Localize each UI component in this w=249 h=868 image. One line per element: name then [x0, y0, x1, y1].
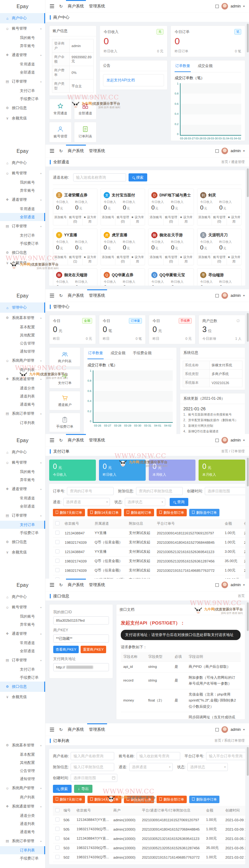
sidebar-item[interactable]: 异常账号: [0, 476, 45, 484]
sidebar-item[interactable]: ❖ 通道管理 ▲: [0, 484, 45, 494]
user-menu[interactable]: admin: [230, 438, 241, 442]
sidebar-item[interactable]: ☺ 系统商户管理 ▲: [0, 783, 45, 793]
sidebar-item[interactable]: 通道列表: [0, 820, 45, 828]
sidebar-item[interactable]: 常用通道: [0, 494, 45, 502]
sidebar-item[interactable]: 通道账号: [0, 828, 45, 836]
extra-info-input[interactable]: [71, 763, 114, 771]
status-select[interactable]: 选择状态▾: [125, 498, 165, 506]
sidebar-item[interactable]: 支付订单: [0, 665, 45, 674]
order-row[interactable]: 50519832174339(Q币...admin(10000)20210309…: [53, 825, 245, 834]
sidebar-item[interactable]: ▤ 订单管理 ▲: [0, 76, 45, 87]
shortcut-merchant-list[interactable]: 商户列表: [49, 347, 80, 367]
set-favorite-button[interactable]: ★ 设为常用: [178, 214, 193, 225]
shortcut-common-channels[interactable]: 常用通道: [49, 99, 72, 119]
sidebar-item[interactable]: 异常账号: [0, 42, 45, 50]
status-select[interactable]: 选择状态▾: [187, 763, 228, 771]
order-row[interactable]: 500yyt43776469(YY...admin(10000)20210302…: [53, 862, 245, 865]
sidebar-item[interactable]: 公告管理: [0, 767, 45, 775]
refresh-icon[interactable]: ↻: [59, 293, 63, 298]
fullscreen-icon[interactable]: [215, 149, 219, 153]
view-key-button[interactable]: 查看商户KEY: [53, 646, 79, 653]
user-menu[interactable]: admin: [230, 149, 241, 153]
tab-order-count[interactable]: 订单数量: [175, 61, 191, 72]
delete-orders-button[interactable]: 删除全部订单: [156, 509, 187, 516]
shortcut-channel-accounts[interactable]: 通道账户: [49, 391, 80, 410]
sidebar-item[interactable]: 商户列表: [0, 366, 45, 374]
fullscreen-icon[interactable]: [215, 439, 219, 442]
delete-orders-button[interactable]: 删除7天前订单: [53, 796, 85, 803]
tab-fee-amount[interactable]: 手续费金额: [132, 348, 152, 359]
shortcut-pay-orders[interactable]: 支付订单: [49, 369, 80, 389]
sidebar-item[interactable]: 全部通道: [0, 647, 45, 655]
scrollbar[interactable]: [247, 313, 249, 342]
sidebar-item[interactable]: ⚙ 接口信息: [0, 103, 45, 113]
sidebar-item[interactable]: 其他配置: [0, 758, 45, 767]
order-row[interactable]: 5041213438847(YY直...admin(10000)20210305…: [53, 834, 245, 843]
sidebar-item[interactable]: ▤ 订单管理 ▲: [0, 510, 45, 521]
row-checkbox[interactable]: [56, 855, 60, 859]
set-favorite-button[interactable]: ★ 设为常用: [82, 214, 97, 225]
sidebar-item[interactable]: ⚙ 接口信息: [0, 537, 45, 547]
sidebar-item[interactable]: 通道账号: [0, 400, 45, 408]
order-row[interactable]: 19832174339Q币（任意金额）支付测试发起202103052132051…: [53, 557, 245, 566]
refresh-icon[interactable]: ↻: [59, 727, 63, 732]
account-name-input[interactable]: [137, 752, 180, 760]
fullscreen-icon[interactable]: [215, 5, 219, 8]
sidebar-item[interactable]: 我的账号: [0, 178, 45, 186]
order-row[interactable]: 19832174339Q币（任意金额）支付测试发起202103091418041…: [53, 538, 245, 547]
platform-order-no-input[interactable]: [206, 752, 245, 760]
manage-account-button[interactable]: 账号管理(0): [115, 253, 130, 265]
collapse-menu-icon[interactable]: [50, 149, 54, 153]
shortcut-fee-orders[interactable]: 手续费订单: [49, 413, 80, 432]
sidebar-item[interactable]: ⚙ 系统基本管理 ▲: [0, 740, 45, 750]
delete-orders-button[interactable]: 删除超时订单: [124, 509, 154, 516]
api-doc-link[interactable]: 发起支付API文档: [106, 78, 135, 82]
tab-admin-system[interactable]: 管理系统: [89, 434, 105, 446]
sidebar-item[interactable]: 订单列表: [0, 846, 45, 854]
order-no-input[interactable]: [67, 487, 114, 495]
fullscreen-icon[interactable]: [215, 728, 219, 732]
tab-deal-amount[interactable]: 成交金额: [110, 348, 126, 359]
shortcut-all-channels[interactable]: 全部通道: [74, 99, 97, 119]
collapse-menu-icon[interactable]: [50, 294, 54, 298]
row-checkbox[interactable]: [56, 827, 60, 831]
sidebar-item[interactable]: 常用通道: [0, 205, 45, 213]
set-favorite-button[interactable]: ★ 设为常用: [226, 214, 241, 225]
row-checkbox[interactable]: [56, 836, 60, 840]
sidebar-item[interactable]: ⌂ 管理中心: [0, 303, 45, 313]
sidebar-item[interactable]: 常用通道: [0, 60, 45, 68]
add-account-button[interactable]: 添加账号: [53, 253, 68, 265]
refresh-icon[interactable]: ↻: [59, 4, 63, 9]
set-favorite-button[interactable]: ★ 设为常用: [82, 253, 97, 265]
sidebar-item[interactable]: 我的账号: [0, 468, 45, 476]
sidebar-item[interactable]: 手续费订单: [0, 240, 45, 248]
collapse-menu-icon[interactable]: [50, 728, 54, 732]
shortcut-order-list[interactable]: 订单列表: [74, 122, 97, 143]
fullscreen-icon[interactable]: [215, 583, 219, 587]
avatar[interactable]: [221, 3, 228, 10]
sidebar-item[interactable]: 手续费订单: [0, 529, 45, 537]
sidebar-item[interactable]: 手续费订单: [0, 674, 45, 682]
delete-orders-button[interactable]: 删除超时订单: [124, 796, 154, 803]
refresh-icon[interactable]: ↻: [59, 438, 63, 443]
sidebar-item[interactable]: 全部通道: [0, 213, 45, 221]
scrollbar[interactable]: [247, 24, 249, 52]
tab-merchant-system[interactable]: 商户系统: [68, 145, 84, 157]
sidebar-item[interactable]: ❖ 系统通道管理 ▲: [0, 801, 45, 812]
user-menu[interactable]: admin: [230, 4, 241, 8]
sidebar-item[interactable]: 常用通道: [0, 639, 45, 647]
add-account-button[interactable]: 添加账号: [197, 253, 212, 265]
sidebar-item[interactable]: 基本配置: [0, 323, 45, 331]
channel-search-input[interactable]: [73, 173, 126, 182]
add-account-button[interactable]: 添加账号: [101, 214, 115, 225]
sidebar-item[interactable]: 我的账号: [0, 34, 45, 42]
add-account-button[interactable]: 添加账号: [53, 214, 68, 225]
order-row[interactable]: 50219832174339(Q币...admin(10000)20210302…: [53, 853, 245, 862]
sidebar-item[interactable]: ⌂ 商户中心: [0, 592, 45, 602]
tab-admin-system[interactable]: 管理系统: [89, 145, 105, 157]
collapse-menu-icon[interactable]: [50, 4, 54, 8]
delete-orders-button[interactable]: 删除7天前订单: [53, 509, 85, 516]
tab-merchant-system[interactable]: 商户系统: [68, 579, 84, 591]
tab-admin-system[interactable]: 管理系统: [89, 579, 105, 591]
scrollbar[interactable]: [247, 602, 249, 631]
